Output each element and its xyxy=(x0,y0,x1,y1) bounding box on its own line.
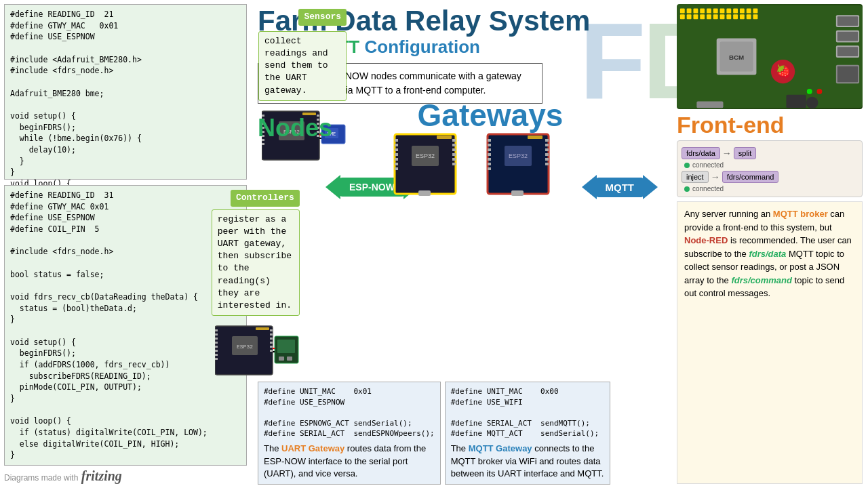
svg-rect-27 xyxy=(215,329,218,331)
svg-point-124 xyxy=(816,89,822,94)
svg-rect-81 xyxy=(545,163,549,165)
svg-rect-84 xyxy=(680,9,685,14)
svg-rect-103 xyxy=(726,14,731,19)
svg-rect-52 xyxy=(395,144,398,146)
svg-rect-86 xyxy=(693,9,698,14)
svg-rect-56 xyxy=(395,163,398,165)
svg-rect-73 xyxy=(488,158,491,161)
svg-rect-99 xyxy=(700,14,705,19)
svg-rect-78 xyxy=(545,148,549,151)
right-column: BCM 🍓 xyxy=(671,0,868,488)
svg-rect-116 xyxy=(837,47,858,56)
gateway-area: ESP32 xyxy=(359,131,610,199)
svg-rect-72 xyxy=(488,153,491,156)
svg-rect-107 xyxy=(753,14,758,19)
svg-rect-97 xyxy=(687,14,692,19)
fdrs-data-node: fdrs/data xyxy=(682,147,720,159)
fdrs-command-node: fdrs/command xyxy=(722,171,779,183)
svg-rect-29 xyxy=(215,338,218,340)
controller-code-box: #define READING_ID 31 #define GTWY_MAC 0… xyxy=(4,185,247,466)
svg-rect-88 xyxy=(707,9,711,14)
svg-rect-58 xyxy=(452,139,456,142)
svg-rect-98 xyxy=(693,14,698,19)
svg-rect-101 xyxy=(713,14,718,19)
svg-rect-118 xyxy=(837,66,858,82)
svg-rect-95 xyxy=(753,9,758,14)
svg-point-123 xyxy=(807,89,812,94)
svg-rect-62 xyxy=(452,158,456,161)
svg-rect-57 xyxy=(395,167,398,170)
svg-rect-87 xyxy=(700,9,705,14)
svg-rect-80 xyxy=(545,158,549,161)
svg-rect-114 xyxy=(837,32,858,41)
svg-rect-74 xyxy=(488,163,491,165)
svg-rect-83 xyxy=(677,5,863,108)
raspberry-pi-board: BCM 🍓 xyxy=(677,4,863,109)
svg-rect-55 xyxy=(395,158,398,161)
svg-rect-94 xyxy=(747,9,751,14)
uart-gateway-card: #define UNIT_MAC 0x01 #define USE_ESPNOW… xyxy=(258,382,441,485)
svg-rect-60 xyxy=(452,148,456,151)
svg-rect-63 xyxy=(452,163,456,165)
svg-rect-91 xyxy=(726,9,731,14)
svg-rect-71 xyxy=(488,148,491,151)
left-column: #define READING_ID 21 #define GTWY_MAC 0… xyxy=(0,0,251,488)
mqtt-gateway-card: #define UNIT_MAC 0x00 #define USE_WIFI #… xyxy=(445,382,610,485)
svg-rect-50 xyxy=(437,136,452,139)
svg-rect-53 xyxy=(395,148,398,151)
svg-text:BCM: BCM xyxy=(729,54,744,61)
svg-rect-93 xyxy=(740,9,745,14)
inject-node: inject xyxy=(682,171,709,183)
svg-rect-120 xyxy=(696,102,723,108)
uart-gateway-board: ESP32 xyxy=(393,131,491,199)
svg-text:🍓: 🍓 xyxy=(776,64,791,79)
svg-rect-33 xyxy=(215,354,218,356)
svg-rect-82 xyxy=(511,190,524,196)
svg-rect-61 xyxy=(452,153,456,156)
sensors-label: Sensors xyxy=(298,9,347,26)
svg-rect-125 xyxy=(806,97,818,109)
svg-rect-76 xyxy=(545,139,549,142)
svg-rect-75 xyxy=(488,167,491,170)
sensor-code-box: #define READING_ID 21 #define GTWY_MAC 0… xyxy=(4,4,247,180)
fritzing-logo: fritzing xyxy=(81,468,122,483)
svg-rect-69 xyxy=(488,139,491,142)
svg-rect-104 xyxy=(733,14,738,19)
svg-rect-112 xyxy=(837,16,858,26)
svg-rect-32 xyxy=(215,350,218,352)
center-main: Nodes Gateways ESP-NOW MQTT ESP32 xyxy=(251,107,671,488)
svg-text:ESP32: ESP32 xyxy=(416,152,435,159)
uart-gateway-desc: The UART Gateway routes data from the ES… xyxy=(264,443,435,480)
svg-rect-90 xyxy=(720,9,725,14)
svg-rect-31 xyxy=(215,346,218,348)
svg-rect-59 xyxy=(452,144,456,146)
svg-rect-51 xyxy=(395,139,398,142)
svg-rect-70 xyxy=(488,144,491,146)
svg-rect-77 xyxy=(545,144,549,146)
svg-rect-119 xyxy=(786,95,806,108)
svg-rect-106 xyxy=(747,14,751,19)
gateways-label: Gateways xyxy=(418,97,564,134)
svg-rect-30 xyxy=(215,342,218,344)
svg-rect-79 xyxy=(545,153,549,156)
nodes-label: Nodes xyxy=(258,114,332,142)
node-red-flow: fdrs/data → split connected inject → fdr… xyxy=(677,140,863,197)
mqtt-gateway-desc: The MQTT Gateway connects to the MQTT br… xyxy=(451,443,604,480)
svg-rect-92 xyxy=(733,9,738,14)
svg-rect-89 xyxy=(713,9,718,14)
mqtt-gateway-board: ESP32 xyxy=(486,131,577,199)
bottom-code-area: #define UNIT_MAC 0x01 #define USE_ESPNOW… xyxy=(258,382,610,485)
sensors-desc: collect readings and send them to the UA… xyxy=(258,31,347,101)
svg-rect-96 xyxy=(680,14,685,19)
svg-rect-28 xyxy=(215,333,218,336)
svg-rect-100 xyxy=(707,14,711,19)
bottom-watermark: Diagrams made with fritzing xyxy=(4,466,247,484)
frontend-label: Front-end xyxy=(677,113,863,136)
svg-rect-68 xyxy=(528,136,542,139)
svg-text:ESP32: ESP32 xyxy=(509,152,528,159)
svg-rect-105 xyxy=(740,14,745,19)
svg-rect-64 xyxy=(418,190,431,196)
svg-rect-54 xyxy=(395,153,398,156)
svg-rect-85 xyxy=(687,9,692,14)
svg-rect-34 xyxy=(215,358,218,360)
